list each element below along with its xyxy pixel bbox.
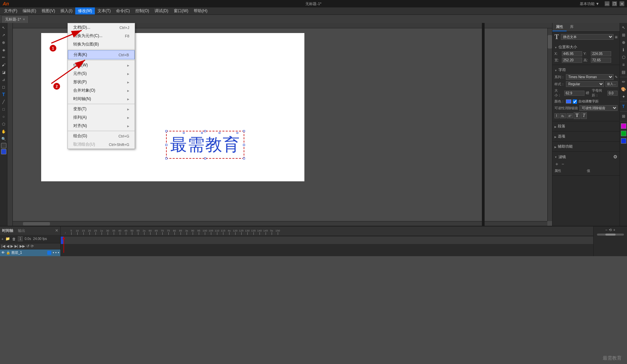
info-icon[interactable]: ℹ — [620, 47, 627, 53]
menu-shape[interactable]: 形状(P) — [68, 78, 135, 86]
color-icon[interactable]: 🎨 — [620, 86, 627, 93]
transform-tool[interactable]: ⊕ — [0, 39, 7, 46]
menu-convert-symbol[interactable]: 转换为元件(C)... F8 — [68, 32, 135, 40]
color-swatch-purple[interactable] — [621, 123, 626, 129]
menu-arrange[interactable]: 排列(A) — [68, 113, 135, 122]
step-forward-icon[interactable]: ▶| — [15, 244, 18, 248]
menu-break-apart[interactable]: 分离(K) Ctrl+B — [68, 50, 135, 59]
y-input[interactable] — [591, 51, 611, 56]
rect-tool[interactable]: □ — [0, 106, 7, 113]
eyedropper[interactable]: ⊿ — [0, 76, 7, 83]
menu-convert-bitmap[interactable]: 转换为位图(B) — [68, 40, 135, 49]
line-tool[interactable]: ╱ — [0, 98, 7, 105]
output-tab[interactable]: 输出 — [18, 228, 25, 233]
spacing-input[interactable] — [607, 91, 618, 96]
bold-T-btn[interactable]: T — [574, 112, 580, 119]
color-swatch-green[interactable] — [621, 131, 626, 136]
components-icon[interactable]: ⬡ — [620, 54, 627, 61]
properties-icon[interactable]: ▤ — [620, 69, 627, 75]
panel-resize-handle[interactable] — [482, 23, 485, 226]
auxiliary-header[interactable]: 辅助功能 — [552, 143, 620, 150]
filters-add-btn[interactable]: ＋ — [554, 161, 559, 167]
rewind-icon[interactable]: |◀ — [1, 244, 5, 248]
pencil-tool[interactable]: ✏ — [0, 54, 7, 61]
gradient-tool[interactable]: ◈ — [0, 47, 7, 53]
menu-align[interactable]: 对齐(N) — [68, 122, 135, 130]
zoom-icon[interactable]: ⊞ — [620, 113, 627, 120]
restore-button[interactable]: ❐ — [612, 1, 617, 6]
handle-bc[interactable] — [204, 157, 206, 159]
close-button[interactable]: ✕ — [620, 1, 624, 6]
tl-playback-speed[interactable]: ⟲ — [609, 228, 612, 232]
menu-timeline[interactable]: 时间轴(N) — [68, 95, 135, 103]
italic-T-btn[interactable]: T — [581, 112, 587, 119]
timeline-close-btn[interactable]: ✕ — [55, 228, 58, 233]
paint-bucket[interactable]: ◪ — [0, 69, 7, 75]
fast-forward-icon[interactable]: ▶▶ — [20, 244, 25, 248]
menu-view[interactable]: 视图(V) — [39, 7, 58, 14]
menu-insert[interactable]: 插入(I) — [58, 7, 75, 14]
timeline-tab[interactable]: 时间轴 — [2, 228, 13, 233]
text-icon[interactable]: T — [620, 103, 627, 110]
minimize-button[interactable]: — — [605, 1, 609, 6]
align-icon[interactable]: ⊞ — [620, 32, 627, 38]
select-tool[interactable]: ↖ — [0, 24, 7, 31]
layer-1-row[interactable]: 👁 🔒 图层_1 • • • — [0, 249, 60, 256]
position-size-header[interactable]: 位置和大小 — [552, 43, 620, 51]
character-header[interactable]: 字符 — [552, 66, 620, 73]
tl-zoom-in[interactable]: + — [613, 228, 615, 232]
menu-symbol[interactable]: 元件(S) — [68, 69, 135, 78]
size-input[interactable] — [564, 91, 584, 96]
w-input[interactable] — [562, 58, 582, 63]
hand-tool[interactable]: ✋ — [0, 128, 7, 135]
effects-icon[interactable]: ✦ — [620, 93, 627, 100]
fill-color[interactable] — [1, 149, 6, 154]
layer-lock-icon[interactable]: 🔒 — [6, 251, 10, 254]
menu-modify[interactable]: 修改(M) — [75, 7, 95, 14]
menu-debug[interactable]: 调试(D) — [152, 7, 171, 14]
menu-bitmap[interactable]: 位图(W) — [68, 61, 135, 69]
handle-tl[interactable] — [165, 130, 167, 132]
horizontal-scrollbar[interactable] — [13, 221, 547, 226]
zoom-tool[interactable]: 🔍 — [0, 135, 7, 142]
anti-alias-select[interactable]: 可读性消除锯齿 — [579, 105, 618, 111]
scrollbar-thumb[interactable] — [548, 35, 552, 49]
menu-transform[interactable]: 变形(T) — [68, 105, 135, 113]
handle-bl[interactable] — [165, 157, 167, 159]
options-header[interactable]: 选项 — [552, 133, 620, 140]
tl-zoom-out[interactable]: − — [605, 228, 607, 232]
font-style-select[interactable]: Regular — [566, 81, 604, 87]
font-edit-icon[interactable]: ✎ — [615, 75, 618, 79]
handle-tr[interactable] — [243, 130, 245, 132]
poly-tool[interactable]: ⬠ — [0, 121, 7, 127]
filters-header[interactable]: 滤镜 ⚙ — [552, 153, 620, 160]
tab-properties[interactable]: 属性 — [552, 23, 567, 31]
tab-library[interactable]: 库 — [567, 23, 577, 31]
superscript-btn[interactable]: a² — [567, 113, 573, 118]
color-swatch[interactable] — [566, 99, 571, 103]
text-type-select[interactable]: 静态文本 — [561, 34, 613, 40]
menu-window[interactable]: 窗口(W) — [171, 7, 191, 14]
text-tool[interactable]: T — [0, 91, 7, 98]
vertical-scrollbar[interactable] — [547, 28, 552, 221]
filters-gear-icon[interactable]: ⚙ — [613, 154, 618, 159]
menu-group[interactable]: 组合(G) Ctrl+G — [68, 132, 135, 140]
italic-btn[interactable]: I — [554, 113, 559, 118]
step-back-icon[interactable]: ◀ — [6, 244, 9, 248]
subscript-btn[interactable]: a₁ — [560, 113, 566, 118]
menu-command[interactable]: 命令(C) — [113, 7, 133, 14]
canvas-text-element[interactable]: 最需教育 — [166, 131, 244, 159]
x-input[interactable] — [562, 51, 582, 56]
handle-tc[interactable] — [204, 130, 206, 132]
menu-control[interactable]: 控制(O) — [133, 7, 152, 14]
menu-text[interactable]: 文本(T) — [95, 7, 113, 14]
hscrollbar-thumb[interactable] — [23, 222, 50, 225]
sync-icon[interactable]: ⟳ — [31, 244, 34, 248]
pencil-icon[interactable]: ✏ — [620, 79, 627, 85]
filters-remove-btn[interactable]: － — [561, 161, 565, 167]
brush-tool[interactable]: 🖌 — [0, 61, 7, 68]
subselect-tool[interactable]: ↗ — [0, 32, 7, 38]
menu-help[interactable]: 帮助(H) — [191, 7, 210, 14]
h-input[interactable] — [591, 58, 611, 63]
library-icon[interactable]: ≡ — [620, 61, 627, 68]
